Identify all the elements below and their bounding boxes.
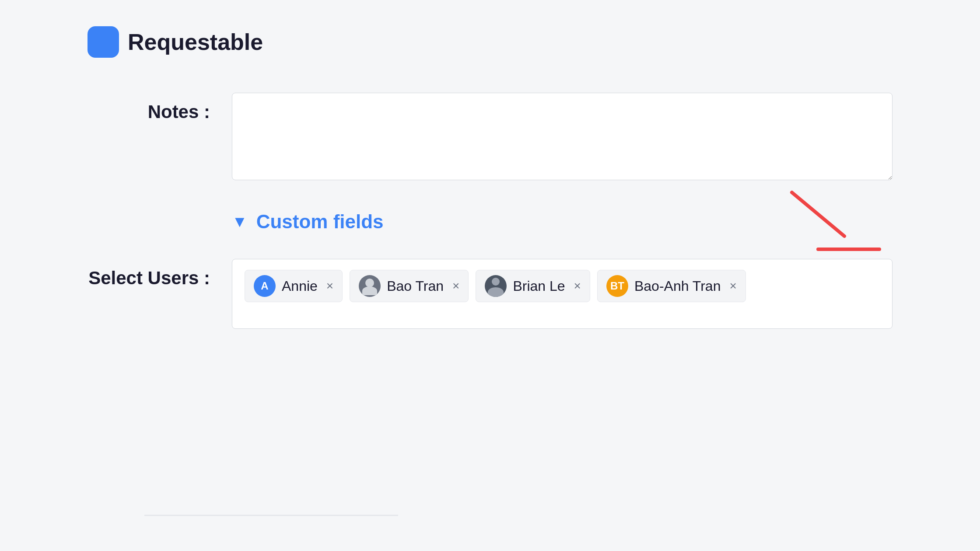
avatar-bao-anh-tran: BT xyxy=(606,275,628,297)
app-name: Requestable xyxy=(128,29,263,55)
remove-brian-le-button[interactable]: × xyxy=(574,280,581,292)
notes-label: Notes : xyxy=(88,93,210,122)
remove-bao-anh-tran-button[interactable]: × xyxy=(729,280,736,292)
remove-annie-button[interactable]: × xyxy=(326,280,333,292)
remove-bao-tran-button[interactable]: × xyxy=(452,280,459,292)
user-tag-annie: A Annie × xyxy=(245,270,343,302)
form-section: Notes : ▼ Custom fields Select Users : A… xyxy=(88,93,892,329)
app-logo-icon xyxy=(88,26,119,58)
user-name-bao-anh-tran: Bao-Anh Tran xyxy=(634,278,721,294)
bottom-divider xyxy=(144,515,398,516)
user-name-bao-tran: Bao Tran xyxy=(387,278,444,294)
users-input-container[interactable]: A Annie × Bao Tran × Brian Le × xyxy=(232,259,892,329)
custom-fields-section[interactable]: ▼ Custom fields xyxy=(232,211,892,233)
avatar-bao-tran xyxy=(359,275,381,297)
chevron-down-icon: ▼ xyxy=(232,213,248,231)
select-users-row: Select Users : A Annie × Bao Tran × xyxy=(88,259,892,329)
user-name-brian-le: Brian Le xyxy=(513,278,565,294)
avatar-brian-le xyxy=(485,275,507,297)
custom-fields-label: Custom fields xyxy=(256,211,384,233)
user-tag-bao-anh-tran: BT Bao-Anh Tran × xyxy=(597,270,746,302)
notes-row: Notes : xyxy=(88,93,892,180)
user-tag-bao-tran: Bao Tran × xyxy=(350,270,469,302)
app-header: Requestable xyxy=(88,26,892,58)
notes-textarea[interactable] xyxy=(232,93,892,180)
user-name-annie: Annie xyxy=(282,278,318,294)
user-tag-brian-le: Brian Le × xyxy=(476,270,590,302)
select-users-label: Select Users : xyxy=(88,259,210,289)
avatar-annie: A xyxy=(254,275,276,297)
